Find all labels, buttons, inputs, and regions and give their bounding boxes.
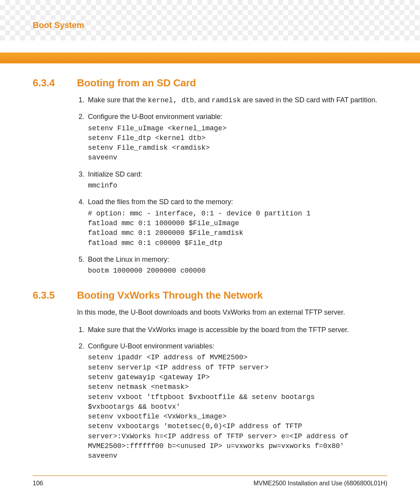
section-heading: 6.3.4 Booting from an SD Card — [33, 77, 387, 89]
step-list: Make sure that the VxWorks image is acce… — [86, 325, 387, 461]
code-block: setenv ipaddr <IP address of MVME2500> s… — [88, 354, 348, 460]
doc-reference: MVME2500 Installation and Use (6806800L0… — [254, 480, 387, 487]
list-item: Load the files from the SD card to the m… — [86, 197, 387, 247]
step-list: Make sure that the kernel, dtb, and ramd… — [86, 95, 387, 275]
step-text: Configure U-Boot environment variables: — [88, 341, 387, 351]
page-number: 106 — [33, 480, 43, 487]
step-text: Boot the Linux in memory: — [88, 255, 387, 264]
list-item: Boot the Linux in memory: bootm 1000000 … — [86, 255, 387, 276]
page-content: 6.3.4 Booting from an SD Card Make sure … — [33, 74, 387, 468]
code-block: # option: mmc - interface, 0:1 - device … — [88, 210, 311, 247]
code-block: mmcinfo — [88, 182, 117, 189]
footer-rule — [33, 475, 387, 476]
chapter-title: Boot System — [33, 20, 84, 30]
list-item: Configure U-Boot environment variables: … — [86, 341, 387, 461]
section-body: Make sure that the kernel, dtb, and ramd… — [77, 95, 387, 275]
section-heading: 6.3.5 Booting VxWorks Through the Networ… — [33, 289, 387, 301]
code-inline: ramdisk — [212, 96, 241, 104]
list-item: Initialize SD card: mmcinfo — [86, 170, 387, 191]
section-body: In this mode, the U-Boot downloads and b… — [77, 308, 387, 460]
code-block: bootm 1000000 2000000 c00000 — [88, 267, 205, 275]
list-item: Configure the U-Boot environment variabl… — [86, 112, 387, 162]
page-footer: 106 MVME2500 Installation and Use (68068… — [33, 480, 387, 487]
step-text: Make sure that the VxWorks image is acce… — [88, 325, 387, 334]
section-number: 6.3.5 — [33, 289, 77, 301]
section-intro: In this mode, the U-Boot downloads and b… — [77, 308, 387, 317]
text-run: are saved in the SD card with FAT partit… — [241, 96, 378, 104]
section-title: Booting from an SD Card — [77, 77, 196, 89]
step-text: Initialize SD card: — [88, 170, 387, 179]
list-item: Make sure that the VxWorks image is acce… — [86, 325, 387, 334]
code-block: setenv File_uImage <kernel_image> setenv… — [88, 124, 226, 162]
step-text: Load the files from the SD card to the m… — [88, 197, 387, 206]
step-text: Make sure that the kernel, dtb, and ramd… — [88, 95, 387, 105]
section-title: Booting VxWorks Through the Network — [77, 289, 263, 301]
step-text: Configure the U-Boot environment variabl… — [88, 112, 387, 121]
code-inline: kernel, dtb — [148, 96, 194, 104]
section-number: 6.3.4 — [33, 77, 77, 89]
list-item: Make sure that the kernel, dtb, and ramd… — [86, 95, 387, 105]
text-run: Make sure that the — [88, 96, 148, 104]
header-rule — [0, 52, 420, 63]
text-run: , and — [194, 96, 212, 104]
